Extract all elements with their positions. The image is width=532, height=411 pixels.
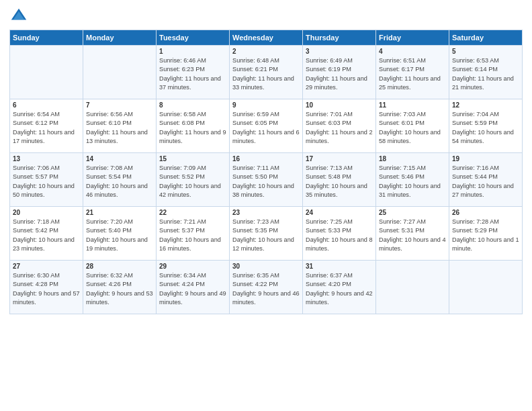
week-row-3: 13Sunrise: 7:06 AM Sunset: 5:57 PM Dayli… <box>10 153 523 207</box>
day-number: 26 <box>452 209 519 216</box>
day-cell: 27Sunrise: 6:30 AM Sunset: 4:28 PM Dayli… <box>10 261 83 314</box>
day-cell: 21Sunrise: 7:20 AM Sunset: 5:40 PM Dayli… <box>83 207 157 261</box>
day-cell: 24Sunrise: 7:25 AM Sunset: 5:33 PM Dayli… <box>303 207 376 261</box>
day-info: Sunrise: 7:03 AM Sunset: 6:01 PM Dayligh… <box>379 110 446 146</box>
day-number: 21 <box>86 209 153 216</box>
day-cell <box>10 46 83 99</box>
day-info: Sunrise: 7:28 AM Sunset: 5:29 PM Dayligh… <box>452 218 519 253</box>
day-number: 11 <box>379 101 446 109</box>
day-number: 17 <box>306 155 373 163</box>
day-info: Sunrise: 7:04 AM Sunset: 5:59 PM Dayligh… <box>452 110 519 146</box>
day-cell: 16Sunrise: 7:11 AM Sunset: 5:50 PM Dayli… <box>230 153 303 207</box>
day-number: 13 <box>13 155 80 163</box>
day-info: Sunrise: 6:48 AM Sunset: 6:21 PM Dayligh… <box>232 56 300 92</box>
day-cell: 26Sunrise: 7:28 AM Sunset: 5:29 PM Dayli… <box>449 207 523 261</box>
col-header-thursday: Thursday <box>303 30 376 46</box>
day-cell: 6Sunrise: 6:54 AM Sunset: 6:12 PM Daylig… <box>10 99 83 153</box>
day-number: 22 <box>159 209 226 216</box>
day-cell: 1Sunrise: 6:46 AM Sunset: 6:23 PM Daylig… <box>157 46 230 99</box>
day-number: 31 <box>306 263 373 270</box>
day-cell: 29Sunrise: 6:34 AM Sunset: 4:24 PM Dayli… <box>157 261 230 314</box>
day-cell: 8Sunrise: 6:58 AM Sunset: 6:08 PM Daylig… <box>157 99 230 153</box>
day-info: Sunrise: 6:49 AM Sunset: 6:19 PM Dayligh… <box>306 56 373 92</box>
logo-icon <box>9 7 28 26</box>
day-info: Sunrise: 6:35 AM Sunset: 4:22 PM Dayligh… <box>232 271 300 307</box>
col-header-monday: Monday <box>83 30 157 46</box>
day-number: 20 <box>13 209 80 216</box>
day-info: Sunrise: 7:23 AM Sunset: 5:35 PM Dayligh… <box>232 218 300 253</box>
day-number: 8 <box>159 101 226 109</box>
col-header-friday: Friday <box>376 30 449 46</box>
day-info: Sunrise: 6:34 AM Sunset: 4:24 PM Dayligh… <box>159 271 226 307</box>
day-number: 24 <box>306 209 373 216</box>
day-info: Sunrise: 6:54 AM Sunset: 6:12 PM Dayligh… <box>13 110 80 146</box>
day-info: Sunrise: 7:13 AM Sunset: 5:48 PM Dayligh… <box>306 164 373 199</box>
day-info: Sunrise: 7:01 AM Sunset: 6:03 PM Dayligh… <box>306 110 373 146</box>
day-number: 12 <box>452 101 519 109</box>
day-cell <box>449 261 523 314</box>
day-number: 27 <box>13 263 80 270</box>
day-number: 15 <box>159 155 226 163</box>
day-cell: 9Sunrise: 6:59 AM Sunset: 6:05 PM Daylig… <box>230 99 303 153</box>
day-info: Sunrise: 7:20 AM Sunset: 5:40 PM Dayligh… <box>86 218 153 253</box>
day-number: 30 <box>232 263 300 270</box>
day-cell: 18Sunrise: 7:15 AM Sunset: 5:46 PM Dayli… <box>376 153 449 207</box>
col-header-tuesday: Tuesday <box>157 30 230 46</box>
day-cell: 2Sunrise: 6:48 AM Sunset: 6:21 PM Daylig… <box>230 46 303 99</box>
day-info: Sunrise: 7:09 AM Sunset: 5:52 PM Dayligh… <box>159 164 226 199</box>
day-number: 6 <box>13 101 80 109</box>
week-row-4: 20Sunrise: 7:18 AM Sunset: 5:42 PM Dayli… <box>10 207 523 261</box>
day-cell: 7Sunrise: 6:56 AM Sunset: 6:10 PM Daylig… <box>83 99 157 153</box>
col-header-saturday: Saturday <box>449 30 523 46</box>
day-cell: 10Sunrise: 7:01 AM Sunset: 6:03 PM Dayli… <box>303 99 376 153</box>
week-row-2: 6Sunrise: 6:54 AM Sunset: 6:12 PM Daylig… <box>10 99 523 153</box>
week-row-1: 1Sunrise: 6:46 AM Sunset: 6:23 PM Daylig… <box>10 46 523 99</box>
day-number: 3 <box>306 48 373 55</box>
day-number: 19 <box>452 155 519 163</box>
day-cell: 22Sunrise: 7:21 AM Sunset: 5:37 PM Dayli… <box>157 207 230 261</box>
day-info: Sunrise: 6:30 AM Sunset: 4:28 PM Dayligh… <box>13 271 80 307</box>
logo <box>9 7 31 26</box>
day-cell: 25Sunrise: 7:27 AM Sunset: 5:31 PM Dayli… <box>376 207 449 261</box>
day-cell: 5Sunrise: 6:53 AM Sunset: 6:14 PM Daylig… <box>449 46 523 99</box>
calendar-table: SundayMondayTuesdayWednesdayThursdayFrid… <box>9 30 523 314</box>
day-info: Sunrise: 7:08 AM Sunset: 5:54 PM Dayligh… <box>86 164 153 199</box>
day-number: 28 <box>86 263 153 270</box>
day-cell: 23Sunrise: 7:23 AM Sunset: 5:35 PM Dayli… <box>230 207 303 261</box>
day-cell: 11Sunrise: 7:03 AM Sunset: 6:01 PM Dayli… <box>376 99 449 153</box>
day-cell: 31Sunrise: 6:37 AM Sunset: 4:20 PM Dayli… <box>303 261 376 314</box>
day-cell: 4Sunrise: 6:51 AM Sunset: 6:17 PM Daylig… <box>376 46 449 99</box>
day-info: Sunrise: 7:25 AM Sunset: 5:33 PM Dayligh… <box>306 218 373 253</box>
day-info: Sunrise: 6:59 AM Sunset: 6:05 PM Dayligh… <box>232 110 300 146</box>
day-cell <box>376 261 449 314</box>
day-cell: 17Sunrise: 7:13 AM Sunset: 5:48 PM Dayli… <box>303 153 376 207</box>
day-number: 5 <box>452 48 519 55</box>
col-header-sunday: Sunday <box>10 30 83 46</box>
day-number: 29 <box>159 263 226 270</box>
day-info: Sunrise: 7:18 AM Sunset: 5:42 PM Dayligh… <box>13 218 80 253</box>
day-number: 2 <box>232 48 300 55</box>
day-info: Sunrise: 7:11 AM Sunset: 5:50 PM Dayligh… <box>232 164 300 199</box>
calendar-header-row: SundayMondayTuesdayWednesdayThursdayFrid… <box>10 30 523 46</box>
day-number: 1 <box>159 48 226 55</box>
day-info: Sunrise: 7:06 AM Sunset: 5:57 PM Dayligh… <box>13 164 80 199</box>
day-number: 14 <box>86 155 153 163</box>
day-cell: 20Sunrise: 7:18 AM Sunset: 5:42 PM Dayli… <box>10 207 83 261</box>
day-cell: 28Sunrise: 6:32 AM Sunset: 4:26 PM Dayli… <box>83 261 157 314</box>
day-info: Sunrise: 6:58 AM Sunset: 6:08 PM Dayligh… <box>159 110 226 146</box>
day-number: 10 <box>306 101 373 109</box>
day-cell: 14Sunrise: 7:08 AM Sunset: 5:54 PM Dayli… <box>83 153 157 207</box>
day-info: Sunrise: 6:53 AM Sunset: 6:14 PM Dayligh… <box>452 56 519 92</box>
day-number: 7 <box>86 101 153 109</box>
week-row-5: 27Sunrise: 6:30 AM Sunset: 4:28 PM Dayli… <box>10 261 523 314</box>
col-header-wednesday: Wednesday <box>230 30 303 46</box>
day-number: 16 <box>232 155 300 163</box>
day-number: 25 <box>379 209 446 216</box>
day-cell: 19Sunrise: 7:16 AM Sunset: 5:44 PM Dayli… <box>449 153 523 207</box>
day-number: 4 <box>379 48 446 55</box>
day-number: 23 <box>232 209 300 216</box>
day-info: Sunrise: 7:21 AM Sunset: 5:37 PM Dayligh… <box>159 218 226 253</box>
day-info: Sunrise: 6:37 AM Sunset: 4:20 PM Dayligh… <box>306 271 373 307</box>
day-cell: 15Sunrise: 7:09 AM Sunset: 5:52 PM Dayli… <box>157 153 230 207</box>
day-info: Sunrise: 7:15 AM Sunset: 5:46 PM Dayligh… <box>379 164 446 199</box>
